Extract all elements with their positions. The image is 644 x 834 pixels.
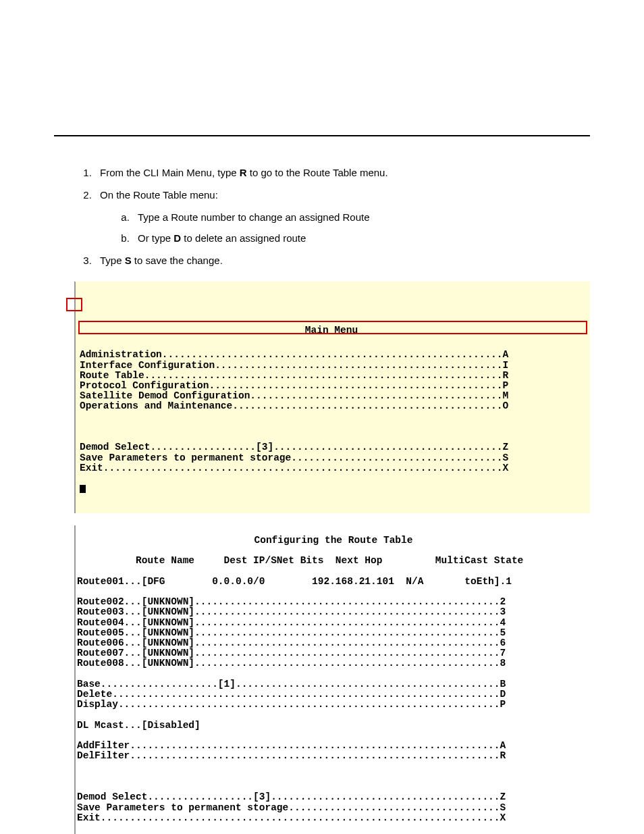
step-2: On the Route Table menu: Type a Route nu…: [95, 186, 590, 247]
route-action: Delete..................................…: [77, 689, 590, 700]
route-footer-item: Demod Select..................[3].......…: [77, 792, 590, 802]
cli-main-menu: Main Menu Administration................…: [74, 282, 590, 513]
route-action: Base....................[1].............…: [77, 679, 590, 689]
route-row: Route006...[UNKNOWN]....................…: [77, 638, 590, 648]
route-row: Route002...[UNKNOWN]....................…: [77, 597, 590, 607]
red-highlight-small: [66, 298, 82, 311]
route-row: Route007...[UNKNOWN]....................…: [77, 648, 590, 658]
route-footer-item: Exit....................................…: [77, 813, 590, 823]
menu-footer-item: Exit....................................…: [80, 463, 583, 473]
menu-item: Route Table.............................…: [80, 371, 583, 381]
menu-item: Administration..........................…: [80, 350, 583, 360]
menu-footer-item: Demod Select..................[3].......…: [80, 442, 583, 452]
filter-row: AddFilter...............................…: [77, 741, 590, 751]
dl-mcast-row: DL Mcast...[Disabled]: [77, 721, 590, 731]
menu-item: Protocol Configuration..................…: [80, 381, 583, 391]
route-table-title: Configuring the Route Table: [77, 536, 590, 546]
top-rule: [54, 135, 590, 136]
menu-item: Satellite Demod Configuration...........…: [80, 391, 583, 401]
menu-footer-item: Save Parameters to permanent storage....…: [80, 453, 583, 463]
cursor-icon: [80, 485, 86, 493]
step-2b: Or type D to delete an assigned route: [132, 229, 590, 247]
menu-item: Interface Configuration.................…: [80, 361, 583, 371]
route-table-headers: Route Name Dest IP/SNet Bits Next Hop Mu…: [77, 556, 590, 566]
menu-item: Operations and Maintenance..............…: [80, 401, 583, 411]
route-footer-item: Save Parameters to permanent storage....…: [77, 803, 590, 813]
route-action: Display.................................…: [77, 700, 590, 710]
route-row: Route003...[UNKNOWN]....................…: [77, 607, 590, 617]
filter-row: DelFilter...............................…: [77, 751, 590, 761]
instruction-block: From the CLI Main Menu, type R to go to …: [54, 163, 590, 269]
route-row: Route005...[UNKNOWN]....................…: [77, 628, 590, 638]
main-menu-title: Main Menu: [80, 325, 583, 336]
route-row: Route008...[UNKNOWN]....................…: [77, 658, 590, 669]
route-row: Route004...[UNKNOWN]....................…: [77, 618, 590, 628]
step-1: From the CLI Main Menu, type R to go to …: [95, 163, 590, 182]
step-2a: Type a Route number to change an assigne…: [132, 208, 590, 226]
step-3: Type S to save the change.: [95, 251, 590, 269]
cli-route-table: Configuring the Route Table Route Name D…: [74, 525, 590, 834]
route-row-1: Route001...[DFG 0.0.0.0/0 192.168.21.101…: [77, 577, 590, 587]
